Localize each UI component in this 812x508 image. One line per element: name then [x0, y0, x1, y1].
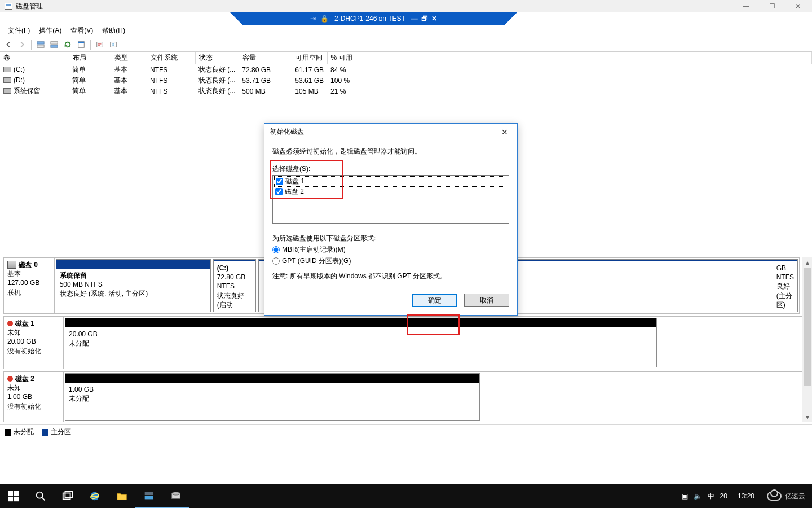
col-status[interactable]: 状态: [195, 52, 239, 64]
disk-pane-2[interactable]: 磁盘 2未知1.00 GB没有初始化1.00 GB未分配: [3, 371, 809, 422]
taskbar-ie-icon[interactable]: [81, 484, 108, 508]
dialog-close-button[interactable]: ✕: [498, 128, 511, 137]
radio-gpt[interactable]: [272, 257, 280, 265]
disk-checkbox-1[interactable]: 磁盘 1: [274, 176, 508, 187]
dialog-title: 初始化磁盘: [270, 127, 304, 137]
tray-pretext: 20: [720, 492, 727, 500]
menu-action[interactable]: 操作(A): [36, 25, 65, 37]
partition-color-bar: [56, 260, 210, 269]
svg-rect-2: [51, 41, 58, 43]
partition-block[interactable]: 系统保留500 MB NTFS状态良好 (系统, 活动, 主分区): [56, 259, 211, 312]
vm-console-title: 2-DHCP1-246 on TEST: [334, 15, 405, 23]
refresh-button[interactable]: [61, 39, 74, 50]
cloud-icon: [767, 492, 782, 501]
network-icon[interactable]: ▣: [682, 492, 688, 500]
partition-block[interactable]: (C:)72.80 GB NTFS状态良好 (启动: [213, 259, 256, 312]
volume-icon: [3, 88, 11, 94]
volume-row[interactable]: 系统保留简单基本NTFS状态良好 (...500 MB105 MB21 %: [0, 86, 812, 97]
col-filesystem[interactable]: 文件系统: [147, 52, 195, 64]
pin-icon[interactable]: ⇥: [310, 15, 316, 23]
svg-rect-11: [14, 497, 19, 501]
disk-label: 磁盘 0基本127.00 GB联机: [4, 258, 55, 313]
partition-block[interactable]: 1.00 GB未分配: [65, 373, 480, 421]
volume-row[interactable]: (D:)简单基本NTFS状态良好 (...53.71 GB53.61 GB100…: [0, 75, 812, 86]
svg-rect-1: [37, 45, 44, 47]
outer-minimize-button[interactable]: —: [733, 0, 759, 12]
lock-icon: 🔒: [320, 15, 329, 23]
radio-mbr[interactable]: [272, 246, 280, 253]
disk-select-list: 磁盘 1 磁盘 2: [272, 175, 509, 224]
start-button[interactable]: [0, 484, 27, 508]
diskmgmt-icon: [5, 3, 12, 10]
vm-minimize-button[interactable]: —: [411, 15, 418, 23]
legend-primary: 主分区: [51, 428, 71, 436]
col-capacity[interactable]: 容量: [239, 52, 292, 64]
view-bottom-button[interactable]: [48, 39, 60, 50]
volume-row[interactable]: (C:)简单基本NTFS状态良好 (...72.80 GB61.17 GB84 …: [0, 64, 812, 76]
settings-button[interactable]: [94, 39, 106, 50]
outer-maximize-button[interactable]: ☐: [759, 0, 785, 12]
legend: 未分配 主分区: [0, 424, 812, 439]
view-top-button[interactable]: [34, 39, 47, 50]
svg-point-20: [172, 492, 180, 496]
vm-close-button[interactable]: ✕: [431, 15, 437, 23]
scroll-up-button[interactable]: ▴: [802, 257, 812, 268]
col-free[interactable]: 可用空间: [292, 52, 327, 64]
radio-mbr-row[interactable]: MBR(主启动记录)(M): [272, 245, 509, 255]
outer-window-titlebar: 磁盘管理 — ☐ ✕: [0, 0, 812, 12]
window-title: 磁盘管理: [16, 2, 43, 11]
col-layout[interactable]: 布局: [69, 52, 111, 64]
dialog-note: 注意: 所有早期版本的 Windows 都不识别 GPT 分区形式。: [272, 271, 509, 281]
taskbar-clock[interactable]: 13:20: [732, 492, 760, 500]
disk-checkbox-2[interactable]: 磁盘 2: [274, 187, 508, 196]
col-spacer: [361, 52, 811, 64]
partition-body: 系统保留500 MB NTFS状态良好 (系统, 活动, 主分区): [56, 269, 210, 312]
scroll-thumb[interactable]: [804, 268, 811, 386]
outer-close-button[interactable]: ✕: [785, 0, 811, 12]
svg-rect-3: [51, 45, 58, 47]
vm-maximize-button[interactable]: 🗗: [421, 15, 428, 23]
partition-body: 1.00 GB未分配: [65, 383, 479, 420]
svg-rect-10: [8, 497, 13, 501]
menu-help[interactable]: 帮助(H): [99, 25, 129, 37]
svg-rect-18: [145, 496, 153, 500]
svg-point-12: [37, 492, 43, 498]
checkbox-disk-2[interactable]: [275, 188, 283, 195]
col-type[interactable]: 类型: [111, 52, 147, 64]
menu-view[interactable]: 查看(V): [67, 25, 96, 37]
watermark: 亿速云: [760, 492, 812, 501]
col-volume[interactable]: 卷: [0, 52, 69, 64]
checkbox-disk-1[interactable]: [276, 178, 283, 185]
volume-icon: [3, 77, 11, 83]
taskbar-diskmgmt-icon[interactable]: [162, 484, 189, 508]
disk-pane-1[interactable]: 磁盘 1未知20.00 GB没有初始化20.00 GB未分配: [3, 316, 809, 369]
svg-rect-14: [65, 492, 72, 498]
partition-body: (C:)72.80 GB NTFS状态良好 (启动: [214, 261, 255, 312]
nav-forward-button[interactable]: [16, 39, 28, 50]
search-button[interactable]: [27, 484, 54, 508]
ime-indicator[interactable]: 中: [708, 492, 714, 501]
taskbar-explorer-icon[interactable]: [108, 484, 135, 508]
menu-file[interactable]: 文件(F): [5, 25, 33, 37]
volume-icon[interactable]: 🔈: [694, 492, 702, 500]
nav-back-button[interactable]: [2, 39, 15, 50]
task-view-button[interactable]: [54, 484, 81, 508]
svg-rect-9: [14, 491, 19, 496]
properties-button[interactable]: [75, 39, 87, 50]
radio-gpt-row[interactable]: GPT (GUID 分区表)(G): [272, 256, 509, 266]
cancel-button[interactable]: 取消: [464, 294, 509, 307]
system-tray[interactable]: ▣ 🔈 中 20: [677, 492, 732, 501]
partition-block[interactable]: 20.00 GB未分配: [65, 318, 657, 367]
select-disk-label: 选择磁盘(S):: [272, 164, 509, 174]
error-icon: [7, 376, 13, 382]
vm-console-tab[interactable]: ⇥ 🔒 2-DHCP1-246 on TEST — 🗗 ✕: [242, 12, 505, 25]
help-button[interactable]: [107, 39, 120, 50]
volume-icon: [3, 67, 11, 72]
col-percent-free[interactable]: % 可用: [327, 52, 361, 64]
scroll-down-button[interactable]: ▾: [802, 412, 812, 422]
taskbar-server-manager-icon[interactable]: [135, 484, 162, 508]
vm-console-tab-strip: ⇥ 🔒 2-DHCP1-246 on TEST — 🗗 ✕: [0, 12, 812, 25]
ok-button[interactable]: 确定: [412, 294, 457, 307]
disk-cylinder-icon: [7, 261, 16, 269]
partition-color-bar: [65, 374, 479, 383]
